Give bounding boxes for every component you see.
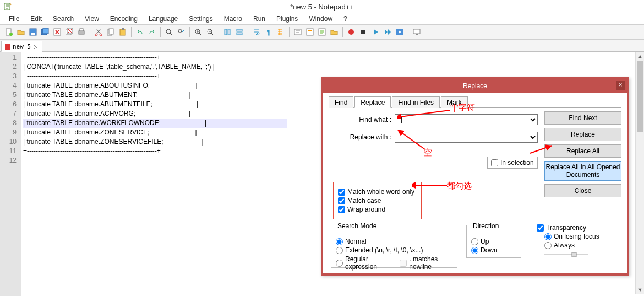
line-number-gutter: 123456789101112 — [0, 52, 21, 296]
dialog-tabs: Find Replace Find in Files Mark — [329, 96, 621, 108]
document-tab[interactable]: new 5 — [1, 41, 42, 52]
dialog-titlebar[interactable]: Replace × — [323, 79, 627, 93]
direction-legend: Direction — [471, 222, 516, 230]
dialog-close-button[interactable]: × — [616, 81, 625, 90]
svg-rect-25 — [237, 33, 242, 35]
svg-rect-36 — [572, 252, 576, 257]
monitor-icon[interactable] — [411, 26, 422, 37]
svg-rect-23 — [228, 29, 230, 35]
lang-icon[interactable] — [292, 26, 303, 37]
menu-window[interactable]: Window — [304, 14, 337, 24]
tab-find[interactable]: Find — [329, 96, 353, 108]
search-mode-extended[interactable]: Extended (\n, \r, \t, \0, \x...) — [336, 246, 452, 254]
menu-view[interactable]: View — [80, 14, 103, 24]
direction-down[interactable]: Down — [471, 246, 516, 254]
menu-file[interactable]: File — [4, 14, 24, 24]
scroll-down-arrow-icon[interactable]: ▼ — [636, 286, 644, 294]
stop-macro-icon[interactable] — [358, 26, 369, 37]
in-selection-box[interactable] — [491, 159, 498, 166]
replace-all-button[interactable]: Replace All — [544, 144, 621, 158]
tab-replace[interactable]: Replace — [354, 96, 391, 108]
wrap-around-checkbox[interactable]: Wrap around — [338, 206, 414, 213]
replace-dialog: Replace × Find Replace Find in Files Mar… — [321, 77, 629, 276]
save-macro-icon[interactable] — [394, 26, 405, 37]
svg-rect-6 — [43, 28, 48, 34]
svg-point-30 — [348, 29, 354, 35]
vertical-scrollbar[interactable]: ▲ ▼ — [635, 52, 644, 294]
in-selection-checkbox[interactable]: In selection — [487, 157, 538, 169]
find-icon[interactable] — [163, 26, 174, 37]
menu-edit[interactable]: Edit — [26, 14, 46, 24]
svg-rect-26 — [294, 29, 301, 35]
save-icon[interactable] — [28, 26, 39, 37]
save-all-icon[interactable] — [40, 26, 51, 37]
svg-rect-28 — [308, 30, 312, 31]
match-whole-word-checkbox[interactable]: Match whole word only — [338, 188, 414, 196]
menu-encoding[interactable]: Encoding — [106, 14, 142, 24]
svg-point-2 — [9, 33, 13, 36]
print-icon[interactable] — [76, 26, 87, 37]
svg-point-18 — [166, 29, 171, 34]
undo-icon[interactable] — [134, 26, 145, 37]
find-next-button[interactable]: Find Next — [544, 111, 621, 125]
svg-rect-11 — [80, 29, 83, 31]
func-list-icon[interactable] — [316, 26, 328, 37]
svg-rect-22 — [225, 29, 227, 35]
svg-point-19 — [178, 29, 182, 33]
replace-icon[interactable] — [176, 26, 187, 37]
tab-find-in-files[interactable]: Find in Files — [392, 96, 440, 108]
scroll-up-arrow-icon[interactable]: ▲ — [636, 52, 644, 61]
transparency-checkbox[interactable]: Transparency — [537, 224, 599, 232]
svg-rect-34 — [5, 44, 10, 50]
redo-icon[interactable] — [146, 26, 157, 37]
app-icon — [3, 2, 12, 11]
replace-button[interactable]: Replace — [544, 128, 621, 141]
transparency-always[interactable]: Always — [544, 241, 599, 249]
play-multi-icon[interactable] — [382, 26, 393, 37]
transparency-slider[interactable] — [544, 251, 599, 259]
copy-icon[interactable] — [105, 26, 116, 37]
replace-with-label: Replace with : — [329, 133, 395, 141]
play-macro-icon[interactable] — [370, 26, 381, 37]
show-all-chars-icon[interactable]: ¶ — [263, 26, 274, 37]
menu-plugins[interactable]: Plugins — [272, 14, 302, 24]
sync-v-icon[interactable] — [222, 26, 233, 37]
toolbar: ¶ — [0, 24, 644, 40]
menu-help[interactable]: ? — [339, 14, 352, 24]
match-case-checkbox[interactable]: Match case — [338, 197, 414, 204]
zoom-out-icon[interactable] — [205, 26, 216, 37]
menu-run[interactable]: Run — [249, 14, 270, 24]
menu-settings[interactable]: Settings — [184, 14, 217, 24]
zoom-in-icon[interactable] — [193, 26, 204, 37]
sync-h-icon[interactable] — [234, 26, 245, 37]
new-file-icon[interactable] — [3, 26, 14, 37]
scrollbar-thumb[interactable] — [637, 61, 643, 132]
search-mode-regex[interactable]: Regular expression . matches newline — [336, 255, 452, 271]
indent-guide-icon[interactable] — [275, 26, 286, 37]
replace-all-opened-button[interactable]: Replace All in All Opened Documents — [544, 161, 621, 181]
menu-macro[interactable]: Macro — [220, 14, 247, 24]
open-file-icon[interactable] — [15, 26, 26, 37]
transparency-on-losing-focus[interactable]: On losing focus — [544, 233, 599, 240]
find-what-input[interactable]: | — [395, 114, 538, 125]
svg-rect-27 — [307, 29, 313, 35]
cut-icon[interactable] — [93, 26, 104, 37]
direction-up[interactable]: Up — [471, 238, 516, 245]
replace-with-input[interactable] — [395, 132, 538, 143]
menu-language[interactable]: Language — [144, 14, 182, 24]
close-icon[interactable] — [52, 26, 63, 37]
close-button[interactable]: Close — [544, 184, 621, 197]
close-all-icon[interactable] — [64, 26, 75, 37]
tab-close-icon[interactable] — [33, 44, 39, 49]
find-what-label: Find what : — [329, 116, 395, 123]
folder-icon[interactable] — [329, 26, 340, 37]
search-mode-normal[interactable]: Normal — [336, 238, 452, 245]
record-macro-icon[interactable] — [346, 26, 357, 37]
paste-icon[interactable] — [117, 26, 128, 37]
svg-rect-15 — [109, 29, 113, 34]
wordwrap-icon[interactable] — [251, 26, 262, 37]
window-title: *new 5 - Notepad++ — [290, 3, 354, 11]
tab-mark[interactable]: Mark — [441, 96, 468, 108]
doc-map-icon[interactable] — [304, 26, 315, 37]
menu-search[interactable]: Search — [48, 14, 78, 24]
